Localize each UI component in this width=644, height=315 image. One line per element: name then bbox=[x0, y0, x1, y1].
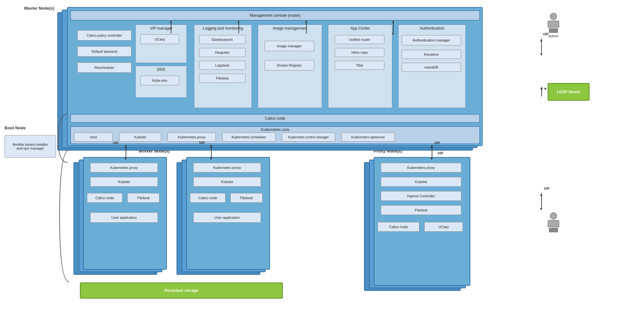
kubernetes-core-bar: Kubernetes core etcd Kubelet Kubernetes … bbox=[70, 126, 480, 144]
default-backend-box: Default backend bbox=[77, 46, 131, 57]
kubelet-p: Kubelet bbox=[381, 177, 461, 187]
kube-proxy-p: Kubernetes proxy bbox=[381, 163, 461, 172]
calico-w2: Calico node bbox=[190, 193, 226, 203]
logging-panel: Logging and monitoring Elasticsearch Hea… bbox=[194, 24, 252, 108]
logging-title: Logging and monitoring bbox=[194, 26, 252, 31]
persistent-storage-label: Persistent storage bbox=[165, 288, 198, 293]
filebeat-master-box: Filebeat bbox=[199, 74, 245, 83]
authentication-title: Authentication bbox=[399, 26, 466, 31]
ansible-installer-box: Ansible based installer and ops manager bbox=[5, 135, 56, 158]
ingress-controller-box: Ingress Controller bbox=[381, 191, 461, 201]
heapster-box: Heapster bbox=[199, 48, 245, 57]
dns-panel: DNS Kube-dns bbox=[135, 66, 187, 98]
ucarp-p: UCarp bbox=[424, 222, 463, 232]
persistent-storage-box: Persistent storage bbox=[80, 283, 283, 299]
tiller-box: Tiller bbox=[335, 61, 384, 70]
app-center-panel: App Center Unified router Helm repo Till… bbox=[328, 24, 392, 108]
kube-apiserver-box: Kubernetes apiserver bbox=[341, 133, 395, 142]
management-console-label: Management console (router) bbox=[250, 13, 300, 18]
vip-manager-panel: VIP manager UCarp bbox=[135, 24, 187, 63]
calico-node-bar: Calico node bbox=[70, 114, 480, 123]
kubelet-master-box: Kubelet bbox=[119, 133, 161, 142]
vip-manager-title: VIP manager bbox=[136, 26, 187, 31]
logstash-box: Logstash bbox=[199, 61, 245, 70]
keystone-box: Keystone bbox=[402, 50, 461, 59]
boot-node-label: Boot Node bbox=[5, 125, 26, 130]
kubernetes-core-label: Kubernetes core bbox=[71, 127, 479, 132]
user-app-w1: User application bbox=[90, 212, 158, 223]
kubelet-w1: Kubelet bbox=[90, 177, 158, 187]
calico-node-bar-label: Calico node bbox=[265, 116, 285, 121]
image-management-title: Image management bbox=[258, 26, 322, 31]
kubelet-w2: Kubelet bbox=[193, 177, 261, 187]
authentication-panel: Authentication Authentication manager Ke… bbox=[398, 24, 466, 108]
unified-router-box: Unified router bbox=[335, 35, 384, 44]
admin-person: Admin bbox=[548, 13, 559, 38]
dns-title: DNS bbox=[136, 67, 187, 72]
docker-registry-box: Docker Registry bbox=[264, 60, 314, 70]
kube-proxy-w1: Kubernetes proxy bbox=[90, 163, 158, 172]
etcd-box: etcd bbox=[74, 133, 113, 142]
calico-p: Calico node bbox=[378, 222, 419, 232]
image-manager-box: Image manager bbox=[264, 41, 314, 51]
user-person bbox=[548, 212, 559, 232]
filebeat-p: Filebeat bbox=[381, 205, 461, 215]
auth-manager-box: Authentication manager bbox=[402, 35, 461, 45]
mariadb-box: mariaDB bbox=[402, 63, 461, 72]
ldap-server-box: LDAP Server bbox=[548, 83, 590, 101]
filebeat-w2: Filebeat bbox=[230, 193, 263, 203]
kube-proxy-w2: Kubernetes proxy bbox=[193, 163, 261, 172]
app-center-title: App Center bbox=[328, 26, 392, 31]
management-console-bar: Management console (router) bbox=[70, 10, 480, 21]
calico-policy-box: Calico policy controller bbox=[77, 30, 131, 41]
ldap-server-label: LDAP Server bbox=[557, 90, 580, 94]
diagram-container: Master Node(s) Management console (route… bbox=[0, 0, 644, 315]
worker-brace-svg bbox=[56, 147, 72, 285]
calico-w1: Calico node bbox=[87, 193, 122, 203]
elasticsearch-box: Elasticsearch bbox=[199, 35, 245, 44]
image-management-panel: Image management Image manager Docker Re… bbox=[258, 24, 322, 108]
kube-scheduler-box: Kubernetes scheduler bbox=[222, 133, 275, 142]
helm-repo-box: Helm repo bbox=[335, 48, 384, 57]
ucarp-box: UCarp bbox=[140, 34, 179, 44]
rescheduler-box: Rescheduler bbox=[77, 62, 131, 73]
admin-label: Admin bbox=[548, 34, 558, 38]
kube-dns-box: Kube-dns bbox=[140, 76, 179, 85]
kube-proxy-master-box: Kubernetes proxy bbox=[168, 133, 216, 142]
filebeat-w1: Filebeat bbox=[127, 193, 159, 203]
user-app-w2: User application bbox=[193, 212, 261, 223]
kube-control-manager-box: Kubernetes control manager bbox=[282, 133, 335, 142]
master-node-label: Master Node(s) bbox=[24, 6, 54, 11]
